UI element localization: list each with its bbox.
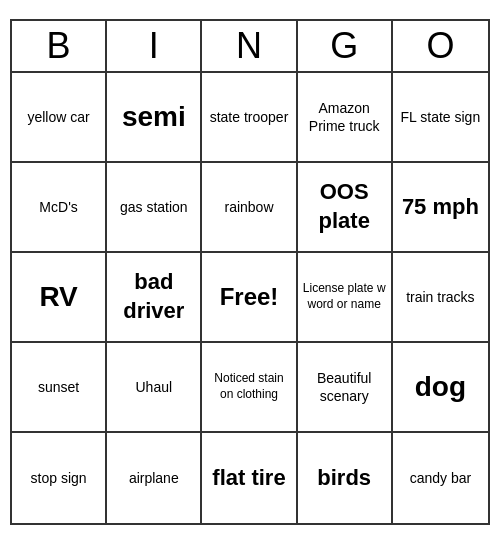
bingo-card: BINGO yellow carsemistate trooperAmazon … xyxy=(10,19,490,525)
bingo-cell-3[interactable]: Amazon Prime truck xyxy=(298,73,393,163)
bingo-cell-7[interactable]: rainbow xyxy=(202,163,297,253)
bingo-cell-16[interactable]: Uhaul xyxy=(107,343,202,433)
bingo-cell-21[interactable]: airplane xyxy=(107,433,202,523)
bingo-cell-1[interactable]: semi xyxy=(107,73,202,163)
bingo-header: BINGO xyxy=(12,21,488,73)
bingo-cell-20[interactable]: stop sign xyxy=(12,433,107,523)
bingo-cell-23[interactable]: birds xyxy=(298,433,393,523)
bingo-cell-0[interactable]: yellow car xyxy=(12,73,107,163)
bingo-cell-10[interactable]: RV xyxy=(12,253,107,343)
bingo-cell-17[interactable]: Noticed stain on clothing xyxy=(202,343,297,433)
bingo-cell-24[interactable]: candy bar xyxy=(393,433,488,523)
bingo-cell-13[interactable]: License plate w word or name xyxy=(298,253,393,343)
bingo-cell-6[interactable]: gas station xyxy=(107,163,202,253)
bingo-cell-11[interactable]: bad driver xyxy=(107,253,202,343)
bingo-cell-19[interactable]: dog xyxy=(393,343,488,433)
bingo-grid: yellow carsemistate trooperAmazon Prime … xyxy=(12,73,488,523)
bingo-cell-15[interactable]: sunset xyxy=(12,343,107,433)
bingo-cell-2[interactable]: state trooper xyxy=(202,73,297,163)
header-letter-i: I xyxy=(107,21,202,71)
header-letter-o: O xyxy=(393,21,488,71)
bingo-cell-18[interactable]: Beautiful scenary xyxy=(298,343,393,433)
header-letter-g: G xyxy=(298,21,393,71)
header-letter-n: N xyxy=(202,21,297,71)
bingo-cell-12[interactable]: Free! xyxy=(202,253,297,343)
bingo-cell-9[interactable]: 75 mph xyxy=(393,163,488,253)
bingo-cell-4[interactable]: FL state sign xyxy=(393,73,488,163)
bingo-cell-8[interactable]: OOS plate xyxy=(298,163,393,253)
bingo-cell-5[interactable]: McD's xyxy=(12,163,107,253)
bingo-cell-22[interactable]: flat tire xyxy=(202,433,297,523)
bingo-cell-14[interactable]: train tracks xyxy=(393,253,488,343)
header-letter-b: B xyxy=(12,21,107,71)
